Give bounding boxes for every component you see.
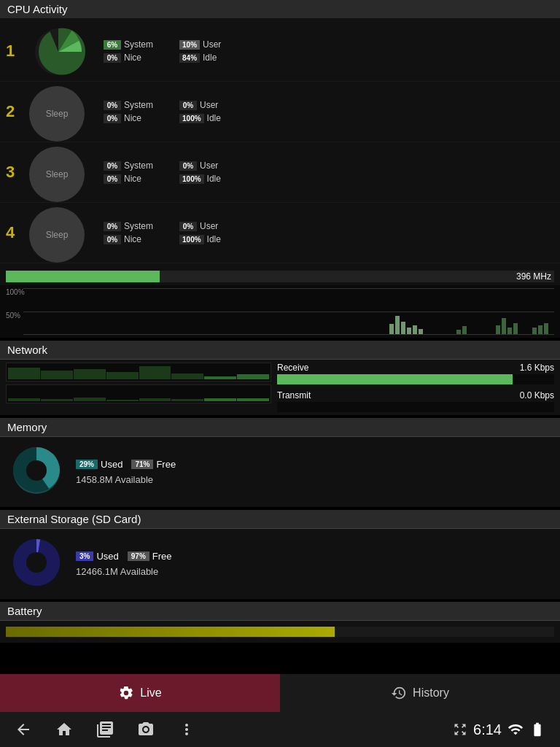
storage-used-label: Used <box>96 551 118 562</box>
memory-free-badge: 71% <box>131 460 153 469</box>
cpu-cores-list: 1 <box>0 18 560 266</box>
core-3-chart: Sleep <box>29 147 95 198</box>
core2-idle-label: Idle <box>207 113 221 123</box>
network-section: Network <box>0 341 560 415</box>
memory-free-item: 71% Free <box>131 459 176 470</box>
home-icon[interactable] <box>55 721 73 738</box>
graph-label-50: 50% <box>6 311 20 320</box>
transmit-row: Transmit 0.0 Kbps <box>277 387 554 412</box>
memory-used-item: 29% Used <box>76 459 122 470</box>
cpu-section: CPU Activity 1 <box>0 0 560 338</box>
core1-nice-badge: 0% <box>104 53 121 63</box>
network-title: Network <box>7 344 47 356</box>
storage-content: 3% Used 97% Free 12466.1M Available <box>0 529 560 599</box>
receive-label: Receive <box>277 363 308 373</box>
receive-value: 1.6 Kbps <box>520 363 554 373</box>
core3-user-badge: 0% <box>179 161 197 171</box>
receive-bar-fill <box>277 374 513 384</box>
memory-available: 1458.8M Available <box>76 474 176 485</box>
freq-bar-fill <box>6 271 160 282</box>
core4-idle-label: Idle <box>207 234 221 244</box>
cpu-history-graph: 100% 50% <box>0 285 560 338</box>
core4-system-label: System <box>124 221 153 231</box>
tab-live-label: Live <box>140 686 161 700</box>
storage-section: External Storage (SD Card) 3% Used <box>0 510 560 599</box>
memory-header: Memory <box>0 418 560 437</box>
memory-pie <box>9 443 64 501</box>
memory-title: Memory <box>7 421 47 433</box>
core-3-number: 3 <box>6 163 23 182</box>
core4-nice-label: Nice <box>124 234 141 244</box>
core2-idle-badge: 100% <box>179 114 204 123</box>
transmit-value: 0.0 Kbps <box>520 390 554 400</box>
network-header: Network <box>0 341 560 360</box>
battery-section: Battery <box>0 602 560 643</box>
wifi-icon <box>508 721 524 738</box>
receive-row: Receive 1.6 Kbps <box>277 363 554 384</box>
storage-available: 12466.1M Available <box>76 566 172 577</box>
back-icon[interactable] <box>15 721 32 738</box>
svg-point-2 <box>26 460 47 481</box>
core-2-number: 2 <box>6 102 23 121</box>
storage-pie <box>9 535 64 593</box>
battery-title: Battery <box>7 605 42 617</box>
transmit-bar <box>277 402 554 412</box>
svg-point-4 <box>26 552 47 573</box>
core3-nice-badge: 0% <box>104 174 121 184</box>
storage-legend: 3% Used 97% Free <box>76 551 172 562</box>
core4-user-label: User <box>200 221 218 231</box>
freq-bar-section: 396 MHz <box>0 266 560 285</box>
memory-info: 29% Used 71% Free 1458.8M Available <box>76 459 176 485</box>
core1-system-label: System <box>124 39 153 50</box>
core1-idle-badge: 84% <box>179 53 200 63</box>
main-scroll[interactable]: CPU Activity 1 <box>0 0 560 674</box>
graph-label-100: 100% <box>6 288 25 296</box>
core1-idle-label: Idle <box>203 53 217 63</box>
network-bars-right: Receive 1.6 Kbps Transmit 0.0 Kbps <box>277 363 554 412</box>
core3-idle-label: Idle <box>207 174 221 184</box>
cpu-title: CPU Activity <box>7 3 68 15</box>
core3-nice-label: Nice <box>124 174 141 184</box>
core1-user-badge: 10% <box>179 40 200 50</box>
core-4-number: 4 <box>6 223 23 242</box>
core-1-chart <box>29 26 95 77</box>
core1-nice-label: Nice <box>124 53 141 63</box>
nav-icons-right: 6:14 <box>453 721 545 738</box>
expand-icon <box>453 722 467 737</box>
storage-free-badge: 97% <box>128 551 149 561</box>
tab-history[interactable]: History <box>280 674 560 712</box>
core4-sleep-label: Sleep <box>46 230 69 240</box>
transmit-label: Transmit <box>277 390 311 400</box>
network-content: Receive 1.6 Kbps Transmit 0.0 Kbps <box>0 360 560 415</box>
history-icon <box>391 685 407 701</box>
cpu-core-2: 2 Sleep 0% System 0% <box>0 82 560 142</box>
core3-system-badge: 0% <box>104 161 121 171</box>
core4-user-badge: 0% <box>179 222 197 231</box>
bottom-tabs: Live History <box>0 674 560 712</box>
screenshot-icon[interactable] <box>137 721 155 738</box>
core3-user-label: User <box>200 160 218 171</box>
core4-nice-badge: 0% <box>104 235 121 244</box>
core-4-stats: 0% System 0% Nice 0% User <box>104 221 236 244</box>
network-graphs-left <box>6 363 271 412</box>
memory-section: Memory 29% Used <box>0 418 560 507</box>
tab-live[interactable]: Live <box>0 674 280 712</box>
system-navbar: 6:14 <box>0 712 560 747</box>
memory-free-label: Free <box>156 459 176 470</box>
storage-free-item: 97% Free <box>128 551 172 562</box>
memory-used-label: Used <box>101 459 122 470</box>
core3-system-label: System <box>124 160 153 171</box>
menu-dots-icon[interactable] <box>178 721 195 738</box>
core2-nice-label: Nice <box>124 113 141 123</box>
core2-system-label: System <box>124 100 153 110</box>
receive-bar <box>277 374 554 384</box>
gear-icon <box>118 685 134 701</box>
core-2-stats: 0% System 0% Nice 0% User <box>104 100 236 123</box>
tab-history-label: History <box>413 686 449 700</box>
memory-content: 29% Used 71% Free 1458.8M Available <box>0 437 560 507</box>
cpu-core-3: 3 Sleep 0% System 0% <box>0 142 560 203</box>
storage-used-badge: 3% <box>76 551 93 561</box>
core-2-chart: Sleep <box>29 86 95 137</box>
storage-free-label: Free <box>152 551 172 562</box>
recents-icon[interactable] <box>96 721 114 738</box>
